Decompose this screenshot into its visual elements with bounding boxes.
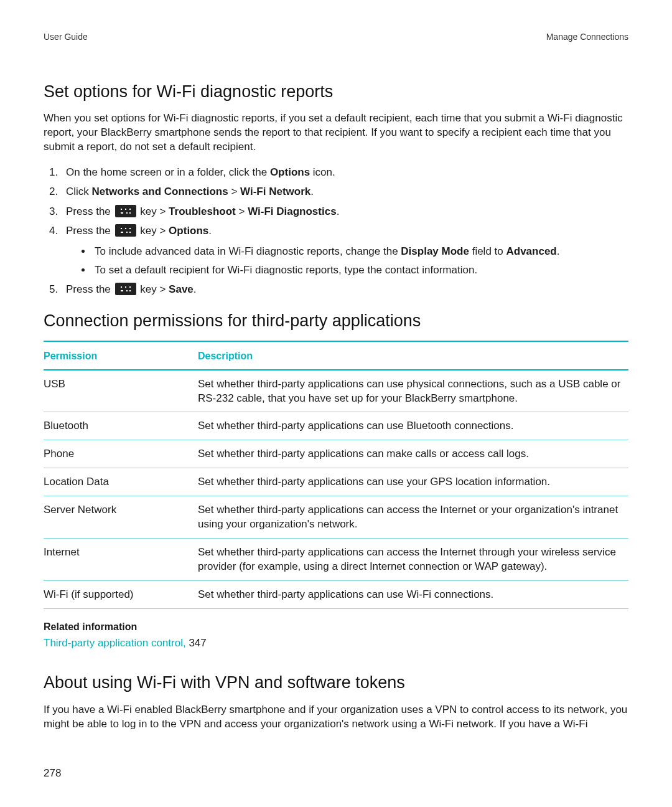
sub-bullet-2: To set a default recipient for Wi-Fi dia… (92, 262, 628, 278)
table-header-row: Permission Description (44, 342, 628, 370)
blackberry-key-icon (115, 224, 136, 237)
cell-permission: Bluetooth (44, 419, 198, 433)
table-row: Location Data Set whether third-party ap… (44, 468, 628, 496)
step-1: On the home screen or in a folder, click… (61, 164, 628, 181)
cell-description: Set whether third-party applications can… (198, 475, 628, 489)
related-info-heading: Related information (44, 620, 628, 634)
heading-set-options: Set options for Wi-Fi diagnostic reports (44, 80, 628, 103)
cell-permission: Server Network (44, 503, 198, 532)
table-row: USB Set whether third-party applications… (44, 370, 628, 413)
cell-permission: Phone (44, 447, 198, 461)
table-row: Bluetooth Set whether third-party applic… (44, 412, 628, 440)
cell-description: Set whether third-party applications can… (198, 545, 628, 574)
header-right: Manage Connections (546, 31, 628, 43)
table-row: Phone Set whether third-party applicatio… (44, 440, 628, 468)
permissions-table: Permission Description USB Set whether t… (44, 341, 628, 609)
related-link-page: 347 (189, 637, 206, 649)
cell-description: Set whether third-party applications can… (198, 419, 628, 433)
heading-connection-permissions: Connection permissions for third-party a… (44, 309, 628, 332)
cell-permission: Internet (44, 545, 198, 574)
section3-body: If you have a Wi-Fi enabled BlackBerry s… (44, 703, 628, 732)
step-4: Press the key > Options. To include adva… (61, 223, 628, 278)
heading-about-wifi-vpn: About using Wi-Fi with VPN and software … (44, 671, 628, 694)
cell-permission: Wi-Fi (if supported) (44, 588, 198, 602)
table-row: Server Network Set whether third-party a… (44, 496, 628, 539)
cell-description: Set whether third-party applications can… (198, 377, 628, 406)
cell-description: Set whether third-party applications can… (198, 588, 628, 602)
col-header-description: Description (198, 349, 628, 363)
header-left: User Guide (44, 31, 88, 43)
related-info-link-line: Third-party application control, 347 (44, 636, 628, 651)
cell-description: Set whether third-party applications can… (198, 503, 628, 532)
table-row: Internet Set whether third-party applica… (44, 539, 628, 581)
col-header-permission: Permission (44, 349, 198, 363)
related-link[interactable]: Third-party application control, (44, 637, 189, 649)
cell-description: Set whether third-party applications can… (198, 447, 628, 461)
cell-permission: Location Data (44, 475, 198, 489)
steps-list: On the home screen or in a folder, click… (44, 164, 628, 298)
step-3: Press the key > Troubleshoot > Wi-Fi Dia… (61, 204, 628, 220)
blackberry-key-icon (115, 205, 136, 217)
step-2: Click Networks and Connections > Wi-Fi N… (61, 184, 628, 200)
sub-bullets: To include advanced data in Wi-Fi diagno… (81, 243, 628, 279)
blackberry-key-icon (115, 283, 136, 295)
page-number: 278 (44, 767, 628, 781)
table-row: Wi-Fi (if supported) Set whether third-p… (44, 581, 628, 609)
cell-permission: USB (44, 377, 198, 406)
page-header: User Guide Manage Connections (44, 31, 628, 43)
sub-bullet-1: To include advanced data in Wi-Fi diagno… (92, 243, 628, 260)
step-5: Press the key > Save. (61, 281, 628, 298)
intro-paragraph: When you set options for Wi-Fi diagnosti… (44, 111, 628, 154)
